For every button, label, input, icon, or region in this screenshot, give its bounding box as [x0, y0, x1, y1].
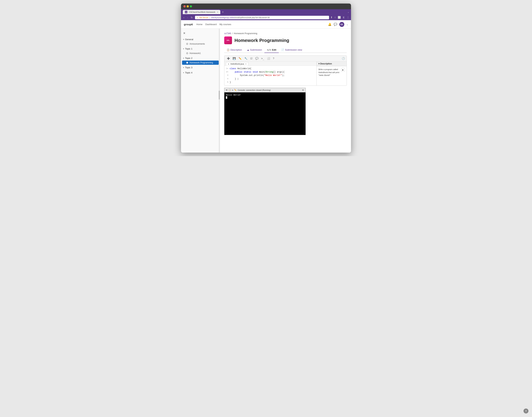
share-icon[interactable]: ⬆	[330, 16, 333, 19]
description-panel-body: Write a program called HelloWorld that w…	[317, 66, 347, 79]
save-button[interactable]: 💾	[232, 57, 236, 60]
user-avatar[interactable]: EE	[339, 22, 344, 27]
nav-links: Home Dashboard My courses	[196, 23, 231, 26]
maximize-traffic-light[interactable]	[190, 5, 192, 7]
back-button[interactable]: ‹	[183, 16, 185, 19]
file-tab-close-icon[interactable]: ✕	[245, 63, 246, 65]
expand-button[interactable]: ⬜	[266, 57, 271, 60]
sidebar-topic-general[interactable]: ▾ General	[181, 37, 220, 42]
sidebar-section-topic2: ▾ Topic 2 Homework Programming	[181, 56, 220, 65]
active-tab[interactable]: CS CSCheckYourWork Homework ✕	[183, 10, 220, 14]
file-tab-name: HelloWorld.java	[230, 63, 244, 65]
nav-dashboard[interactable]: Dashboard	[205, 23, 217, 26]
site-name: group6	[184, 23, 193, 26]
url-bar[interactable]: ⚠ Not Secure | checkyourworkgroup.online…	[195, 16, 329, 19]
sidebar-close-button[interactable]: ✕	[181, 31, 220, 36]
security-icon: ⚠	[197, 17, 198, 19]
sidebar-scrollbar-thumb[interactable]	[219, 91, 220, 99]
console-edit-icon[interactable]: ✏️	[234, 89, 237, 91]
sidebar-topic4[interactable]: ▾ Topic 4	[181, 70, 220, 75]
top-nav-right: 🔔 💬 EE ⌄	[328, 22, 348, 27]
tab-submission-view[interactable]: 📄 Submission view	[279, 47, 305, 53]
main-layout: ✕ ▾ General Announcements ▾	[181, 29, 351, 153]
close-traffic-light[interactable]	[183, 5, 186, 7]
terminal-button[interactable]: >_	[261, 57, 265, 60]
code-line-5: 5 }	[224, 81, 317, 84]
code-line-1: 1▾ class HelloWorld{	[224, 67, 317, 71]
console-window: ➡ 📋 ≡ ✏️ Console: connection closed (Run…	[224, 88, 306, 135]
nav-my-courses[interactable]: My courses	[219, 23, 231, 26]
console-titlebar: ➡ 📋 ≡ ✏️ Console: connection closed (Run…	[224, 88, 306, 92]
help-toolbar-button[interactable]: ?	[272, 57, 275, 60]
announcements-dot-icon	[186, 43, 188, 45]
account-icon[interactable]: E	[342, 16, 345, 19]
check-button[interactable]: ☑	[250, 57, 253, 60]
sidebar-section-topic4: ▾ Topic 4	[181, 70, 220, 75]
play-button[interactable]: ▶	[341, 68, 345, 72]
tab-edit[interactable]: </> Edit	[264, 47, 279, 53]
sidebar-item-homework-programming[interactable]: Homework Programming	[182, 61, 219, 65]
sidebar-section-general: ▾ General Announcements	[181, 37, 220, 46]
vpl-icon: VPL	[224, 36, 232, 44]
not-secure-label: Not Secure	[199, 17, 208, 19]
comment-button[interactable]: 💬	[255, 57, 259, 60]
code-line-3: 3 System.out.println("Hello World!");	[224, 74, 317, 77]
code-editor[interactable]: 1▾ class HelloWorld{ 2▾ public static vo…	[224, 66, 317, 85]
console-output[interactable]: Hello World!	[224, 92, 306, 135]
topic3-chevron-icon: ▾	[183, 67, 184, 69]
editor-with-description: ★ HelloWorld.java ✕ 1▾ class HelloWorld{	[224, 62, 347, 85]
breadcrumb-course[interactable]: cs7346	[224, 32, 231, 35]
console-title: Console: connection closed (Running)	[238, 89, 301, 91]
tab-submission[interactable]: ☁ Submission	[245, 47, 264, 53]
editor-file-tab-helloworld[interactable]: ★ HelloWorld.java ✕	[226, 62, 248, 65]
clock-icon: 🕐	[342, 57, 345, 60]
submission-view-tab-label: Submission view	[285, 49, 302, 51]
console-close-button[interactable]: ✕	[302, 89, 304, 92]
bookmark-icon[interactable]: ☆	[334, 16, 336, 19]
bell-icon[interactable]: 🔔	[328, 23, 331, 26]
tab-close-button[interactable]: ✕	[217, 11, 218, 13]
sidebar-item-announcements[interactable]: Announcements	[181, 42, 220, 46]
console-copy-icon[interactable]: 📋	[228, 89, 231, 91]
sidebar-topic1[interactable]: ▾ Topic 1	[181, 46, 220, 51]
sidebar: ✕ ▾ General Announcements ▾	[181, 29, 220, 153]
console-menu-icon[interactable]: ≡	[232, 89, 233, 91]
description-chevron-icon[interactable]: ▾	[319, 63, 319, 65]
topic2-chevron-icon: ▾	[183, 57, 184, 59]
vpl-label: VPL	[226, 40, 230, 41]
description-panel: ▾ Description Write a program called Hel…	[317, 62, 347, 85]
sidebar-topic3[interactable]: ▾ Topic 3	[181, 65, 220, 70]
new-tab-button[interactable]: +	[222, 10, 224, 14]
editor-toolbar: ➕ 💾 ✏️ 🔧 ☑ 💬 >_ ⬜ ? 🕐	[224, 56, 347, 62]
extensions-icon[interactable]: ⬜	[338, 16, 341, 19]
description-panel-label: Description	[320, 63, 332, 65]
user-menu-chevron-icon[interactable]: ⌄	[346, 23, 348, 26]
breadcrumb-separator: /	[232, 32, 233, 35]
sidebar-scrollbar-track[interactable]	[219, 29, 220, 153]
submission-view-tab-icon: 📄	[281, 49, 284, 51]
address-actions: ⬆ ☆ ⬜ E ⋮	[330, 16, 349, 19]
file-modified-icon: ★	[228, 63, 229, 65]
forward-button[interactable]: ›	[186, 16, 189, 19]
sidebar-topic2[interactable]: ▾ Topic 2	[181, 56, 220, 61]
console-output-text: Hello World!	[226, 94, 304, 96]
nav-home[interactable]: Home	[196, 23, 202, 26]
reload-button[interactable]: ↻	[190, 16, 193, 19]
content-area: cs7346 / Homework Programming VPL Homewo…	[220, 29, 351, 153]
submission-tab-icon: ☁	[247, 49, 249, 51]
sidebar-topic2-label: Topic 2	[185, 57, 192, 60]
tab-title: CSCheckYourWork Homework	[189, 11, 215, 13]
edit-button[interactable]: ✏️	[238, 57, 242, 60]
minimize-traffic-light[interactable]	[187, 5, 189, 7]
chat-icon[interactable]: 💬	[334, 23, 337, 26]
menu-icon[interactable]: ⋮	[347, 16, 349, 19]
sidebar-item-homework1[interactable]: Homework1	[181, 51, 220, 55]
tab-description[interactable]: 📋 Description	[224, 47, 245, 53]
homework-prog-dot-icon	[186, 62, 188, 63]
settings-button[interactable]: 🔧	[244, 57, 248, 60]
editor-main: ★ HelloWorld.java ✕ 1▾ class HelloWorld{	[224, 62, 317, 85]
sidebar-topic1-label: Topic 1	[185, 47, 192, 50]
add-file-button[interactable]: ➕	[226, 57, 231, 60]
tabs: 📋 Description ☁ Submission </> Edit 📄 Su…	[224, 47, 347, 53]
browser-window: CS CSCheckYourWork Homework ✕ + ⌄ ‹ › ↻ …	[181, 3, 351, 153]
